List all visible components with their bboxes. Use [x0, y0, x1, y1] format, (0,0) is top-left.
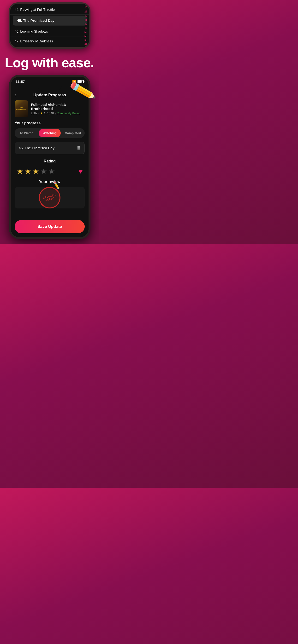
spoiler-badge: SPOILERALERT ✏️	[39, 187, 60, 208]
screen-title: Update Progress	[33, 93, 66, 98]
phone-notch	[38, 84, 62, 90]
save-update-button[interactable]: Save Update	[15, 220, 85, 233]
review-section: Your review SPOILERALERT ✏️	[15, 180, 85, 208]
heart-button[interactable]: ♥	[78, 167, 83, 176]
star-filled[interactable]: ★	[17, 167, 24, 176]
rating-section: Rating ★★★★★ ♥	[15, 159, 85, 176]
star-empty[interactable]: ★	[48, 167, 55, 176]
top-phone-inner: 2025303540455055606444. Revving at Full …	[10, 4, 89, 47]
rating-label: Rating	[15, 159, 85, 164]
spoiler-stamp: SPOILERALERT ✏️	[37, 184, 63, 211]
progress-tab-to-watch[interactable]: To Watch	[15, 129, 38, 137]
star-filled[interactable]: ★	[32, 167, 39, 176]
episode-row[interactable]: 46. Looming Shadows	[10, 26, 89, 36]
phone-content: FMABrotherhood Fullmetal Alchemist: Brot…	[11, 100, 89, 217]
episode-selector[interactable]: 45. The Promised Day ≣	[15, 142, 85, 154]
show-thumbnail[interactable]: FMABrotherhood	[15, 100, 28, 117]
episode-row[interactable]: 45. The Promised Day	[13, 16, 87, 26]
progress-tab-completed[interactable]: Completed	[62, 129, 84, 137]
show-meta: 2009 · ★ 4.7 (48) Community Rating	[31, 112, 85, 115]
thumbnail-art: FMABrotherhood	[15, 100, 28, 117]
episode-selector-value: 45. The Promised Day	[19, 146, 54, 150]
spoiler-text: SPOILERALERT	[43, 193, 57, 202]
list-icon[interactable]: ≣	[77, 146, 81, 151]
bottom-phone-wrapper: ✏️ 11:57 📶 ‹ Update Progress	[0, 75, 99, 244]
episode-title: 44. Revving at Full Throttle	[15, 8, 85, 12]
progress-tabs: To WatchWatchingCompleted	[15, 128, 85, 138]
review-area[interactable]: SPOILERALERT ✏️	[15, 187, 85, 208]
save-btn-wrapper: Save Update	[11, 217, 89, 237]
star-empty[interactable]: ★	[40, 167, 47, 176]
stars-container: ★★★★★	[17, 167, 55, 176]
back-button[interactable]: ‹	[15, 92, 16, 98]
status-time: 11:57	[16, 80, 25, 84]
rating-value: 4.7	[44, 112, 48, 115]
headline-section: Log with ease.	[0, 49, 99, 75]
spoiler-inner: SPOILERALERT	[43, 193, 57, 202]
episode-title: 47. Emissary of Darkness	[15, 39, 85, 43]
review-label: Your review	[15, 180, 85, 184]
headline-text: Log with ease.	[5, 56, 95, 70]
star-filled[interactable]: ★	[25, 167, 32, 176]
show-year: 2009	[31, 112, 37, 115]
dot-separator: ·	[38, 112, 39, 115]
star-icon: ★	[40, 112, 43, 115]
progress-tab-watching[interactable]: Watching	[39, 129, 61, 137]
episode-title: 46. Looming Shadows	[15, 30, 85, 33]
episode-list: 2025303540455055606444. Revving at Full …	[10, 4, 89, 47]
show-details: Fullmetal Alchemist: Brotherhood 2009 · …	[31, 102, 85, 115]
thumbnail-text: FMABrotherhood	[16, 106, 26, 111]
rating-count: (	[49, 112, 50, 115]
episode-row[interactable]: 44. Revving at Full Throttle	[10, 5, 89, 14]
episode-title: 45. The Promised Day	[17, 18, 82, 22]
top-phone-wrapper: 2025303540455055606444. Revving at Full …	[0, 0, 99, 49]
community-label: Community Rating	[57, 112, 80, 115]
top-phone: 2025303540455055606444. Revving at Full …	[9, 2, 90, 49]
stars-row: ★★★★★ ♥	[15, 167, 85, 176]
progress-label: Your progress	[15, 121, 85, 125]
episode-row[interactable]: 47. Emissary of Darkness	[10, 36, 89, 46]
count: 48	[51, 112, 54, 115]
